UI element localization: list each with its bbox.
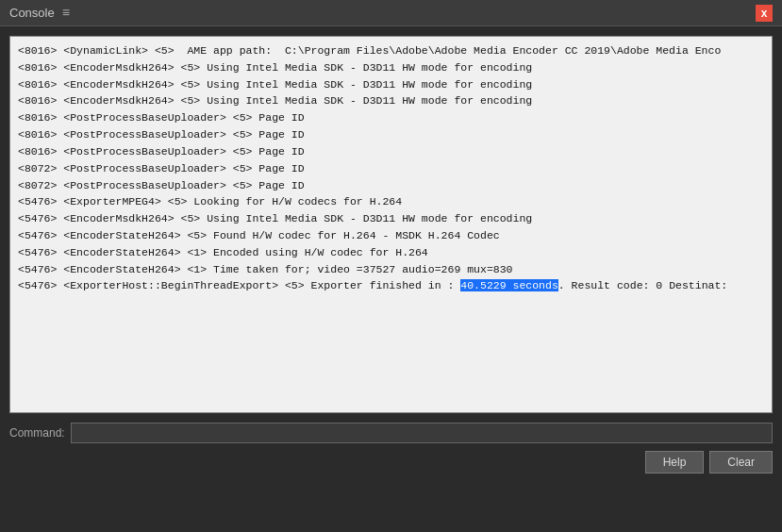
title-bar: Console ≡ x bbox=[0, 0, 782, 26]
command-input[interactable] bbox=[71, 423, 773, 443]
hamburger-icon[interactable]: ≡ bbox=[62, 6, 70, 21]
help-button[interactable]: Help bbox=[645, 451, 705, 474]
title-bar-left: Console ≡ bbox=[9, 6, 70, 21]
close-button[interactable]: x bbox=[756, 5, 773, 22]
bottom-area: Command: Help Clear bbox=[0, 423, 782, 474]
console-output: <8016> <DynamicLink> <5> AME app path: C… bbox=[9, 36, 773, 413]
command-label: Command: bbox=[9, 426, 65, 440]
highlighted-text: 40.5229 seconds bbox=[460, 279, 558, 291]
console-title: Console bbox=[9, 6, 55, 20]
command-row: Command: bbox=[9, 423, 773, 443]
clear-button[interactable]: Clear bbox=[709, 451, 773, 474]
console-text-content: <8016> <DynamicLink> <5> AME app path: C… bbox=[18, 42, 773, 294]
button-row: Help Clear bbox=[9, 451, 773, 474]
